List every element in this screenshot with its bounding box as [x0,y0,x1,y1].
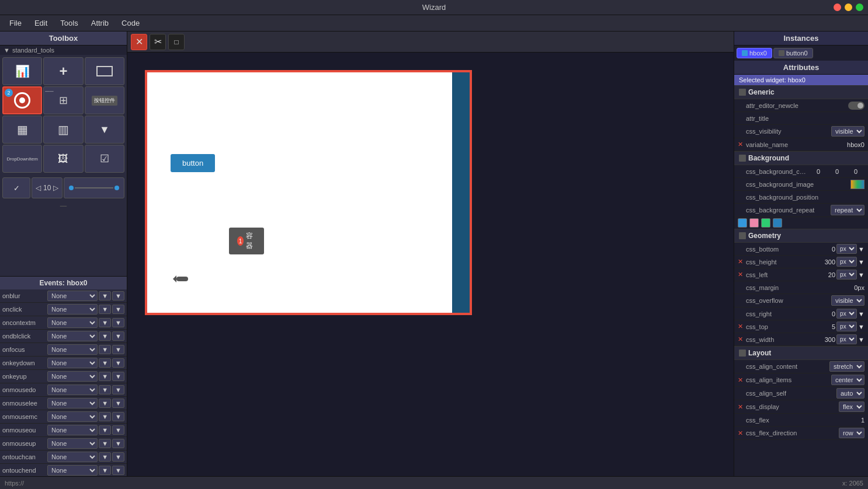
tool-dropdownitem[interactable]: DropDownItem [2,145,42,173]
tool-grid1[interactable]: ▦ [2,116,42,144]
tool-stepper[interactable]: ◁ 10 ▷ [32,177,63,198]
tool-add[interactable]: + [43,57,83,85]
event-arrow[interactable]: ▼ [99,439,111,448]
stepper-left-icon[interactable]: ◁ [36,184,41,192]
event-arrow[interactable]: ▼ [99,466,111,475]
canvas-cut-btn[interactable]: ✂ [150,34,166,50]
tool-dropdown[interactable]: ▼ [85,116,124,144]
event-arrow[interactable]: ▼ [99,318,111,327]
tool-rect[interactable] [85,57,124,85]
attr-section-header-background[interactable]: Background [734,151,868,165]
attr-section-header-generic[interactable]: Generic [734,85,868,99]
attr-select[interactable]: center [831,375,864,385]
attr-clear-icon[interactable]: ✕ [738,323,745,330]
event-select[interactable]: None [47,291,98,301]
event-arrow[interactable]: ▼ [99,399,111,408]
event-arrow[interactable]: ▼ [99,331,111,341]
attr-section-header-layout[interactable]: Layout [734,346,868,360]
attr-clear-icon[interactable]: ✕ [738,403,745,411]
color-r-input[interactable] [810,168,827,175]
event-more[interactable]: ▼ [112,358,124,368]
event-arrow[interactable]: ▼ [99,412,111,421]
event-more[interactable]: ▼ [112,318,124,327]
tool-image[interactable]: 🖼 [43,145,83,173]
attr-number-input[interactable] [812,323,835,330]
color-pink-swatch[interactable] [749,218,759,228]
event-more[interactable]: ▼ [112,345,124,354]
event-select[interactable]: None [47,385,98,395]
attr-clear-icon[interactable]: ✕ [738,429,745,437]
color-green-swatch[interactable] [761,218,770,228]
attr-unit-select[interactable]: px % [836,322,857,331]
event-select[interactable]: None [47,398,98,408]
instance-item[interactable]: button0 [773,48,813,58]
event-select[interactable]: None [47,438,98,449]
event-select[interactable]: None [47,465,98,476]
attr-toggle[interactable] [848,102,864,110]
attr-select[interactable]: row [839,428,864,438]
event-select[interactable]: None [47,344,98,355]
color-blue-swatch[interactable] [738,218,747,228]
attr-number-input[interactable] [812,310,835,317]
event-select[interactable]: None [47,331,98,341]
event-more[interactable]: ▼ [112,385,124,394]
attr-number-input[interactable] [812,246,835,253]
event-select[interactable]: None [47,358,98,368]
attr-number-input[interactable] [812,271,835,278]
canvas-close-btn[interactable]: ✕ [131,34,147,50]
attr-select[interactable]: repeat [831,205,864,215]
attr-unit-select[interactable]: px % [836,270,857,280]
menu-attrib[interactable]: Attrib [85,17,114,29]
attr-unit-select[interactable]: px % [836,244,857,254]
event-arrow[interactable]: ▼ [99,291,111,301]
tool-layout[interactable]: ⊞ ── [43,86,83,114]
attr-select[interactable]: visible [831,295,864,306]
menu-tools[interactable]: Tools [54,17,84,29]
event-more[interactable]: ▼ [112,425,124,435]
collapse-icon[interactable]: ▼ [4,47,10,54]
attr-select[interactable]: flex [839,401,864,412]
event-more[interactable]: ▼ [112,372,124,381]
instance-item[interactable]: hbox0 [737,48,772,58]
event-arrow[interactable]: ▼ [99,452,111,462]
attr-clear-icon[interactable]: ✕ [738,271,745,278]
menu-edit[interactable]: Edit [29,17,53,29]
widget-button[interactable]: button [171,154,215,172]
tool-radio[interactable]: 2 [2,86,42,114]
attr-clear-icon[interactable]: ✕ [738,141,745,148]
event-select[interactable]: None [47,371,98,382]
event-more[interactable]: ▼ [112,399,124,408]
attr-clear-icon[interactable]: ✕ [738,376,745,384]
attr-select[interactable]: auto [836,388,864,399]
event-arrow[interactable]: ▼ [99,305,111,314]
stepper-right-icon[interactable]: ▷ [53,184,58,192]
event-more[interactable]: ▼ [112,452,124,462]
event-more[interactable]: ▼ [112,331,124,341]
close-button[interactable] [834,4,841,11]
event-select[interactable]: None [47,317,98,328]
menu-code[interactable]: Code [116,17,145,29]
tool-checkmark[interactable]: ✓ [2,177,30,198]
event-arrow[interactable]: ▼ [99,385,111,394]
event-more[interactable]: ▼ [112,439,124,448]
event-arrow[interactable]: ▼ [99,425,111,435]
attr-image-swatch[interactable] [850,180,864,189]
attr-unit-select[interactable]: px % [836,334,857,344]
color-g-input[interactable] [828,168,846,175]
tool-grid2[interactable]: ▥ [43,116,83,144]
minimize-button[interactable] [845,4,852,11]
event-select[interactable]: None [47,304,98,315]
tool-chart[interactable]: 📊 [2,57,42,85]
attr-unit-select[interactable]: px % [836,257,857,267]
attr-select[interactable]: stretch [829,361,864,372]
attr-clear-icon[interactable]: ✕ [738,258,745,266]
canvas-rect-btn[interactable]: □ [168,34,185,50]
event-select[interactable]: None [47,425,98,435]
tool-tooltip[interactable]: 按钮控件 [85,86,124,114]
tool-checkbox[interactable]: ☑ [85,145,124,173]
event-more[interactable]: ▼ [112,291,124,301]
event-select[interactable]: None [47,411,98,422]
event-arrow[interactable]: ▼ [99,358,111,368]
maximize-button[interactable] [856,4,863,11]
attr-number-input[interactable] [812,336,835,343]
